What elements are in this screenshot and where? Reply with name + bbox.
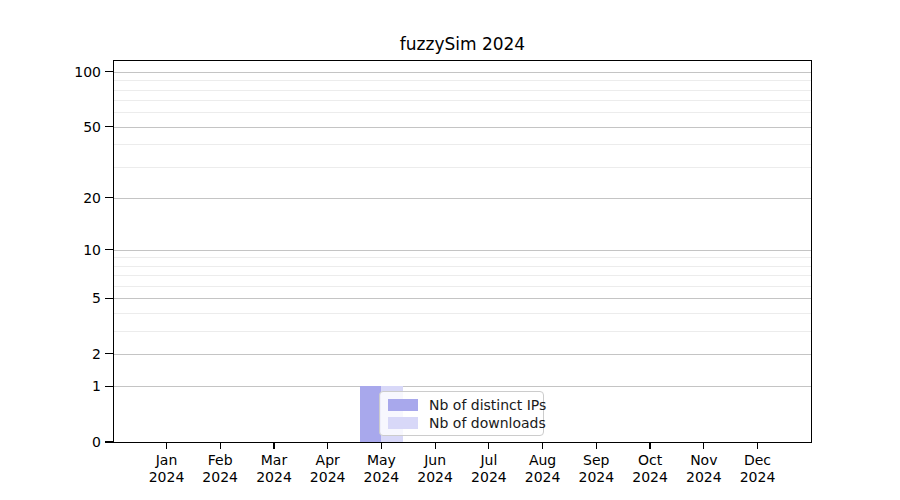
plot-area: Nb of distinct IPsNb of downloads [113, 60, 812, 443]
x-tick-mark [166, 443, 167, 449]
x-tick-mark [542, 443, 543, 449]
y-tick-label: 2 [31, 345, 101, 363]
x-tick-mark [327, 443, 328, 449]
y-tick-mark [105, 441, 114, 442]
x-tick-mark [435, 443, 436, 449]
y-tick-label: 5 [31, 289, 101, 307]
y-tick-label: 50 [31, 118, 101, 136]
legend-swatch [388, 417, 418, 429]
x-tick-mark [488, 443, 489, 449]
chart-title: fuzzySim 2024 [113, 34, 812, 54]
x-tick-label: Dec2024 [723, 452, 793, 486]
legend-item: Nb of distinct IPs [388, 397, 535, 413]
legend-item-label: Nb of distinct IPs [429, 397, 546, 413]
legend-item: Nb of downloads [388, 415, 535, 431]
y-tick-mark [105, 197, 114, 198]
y-tick-mark [105, 386, 114, 387]
y-tick-mark [105, 126, 114, 127]
y-tick-mark [105, 71, 114, 72]
x-tick-year: 2024 [723, 469, 793, 486]
y-tick-label: 10 [31, 241, 101, 259]
y-tick-label: 20 [31, 189, 101, 207]
y-tick-label: 0 [31, 433, 101, 451]
legend-swatch [388, 399, 418, 411]
x-tick-mark [703, 443, 704, 449]
chart-figure: fuzzySim 2024 Nb of distinct IPsNb of do… [0, 0, 900, 500]
x-tick-mark [381, 443, 382, 449]
x-tick-mark [273, 443, 274, 449]
y-tick-mark [105, 298, 114, 299]
x-tick-month: Dec [723, 452, 793, 469]
bars-layer [114, 61, 811, 442]
y-tick-mark [105, 249, 114, 250]
y-tick-label: 1 [31, 377, 101, 395]
x-tick-mark [757, 443, 758, 449]
y-tick-label: 100 [31, 63, 101, 81]
x-tick-mark [596, 443, 597, 449]
legend: Nb of distinct IPsNb of downloads [379, 391, 544, 436]
legend-item-label: Nb of downloads [429, 415, 546, 431]
x-tick-mark [220, 443, 221, 449]
y-tick-mark [105, 353, 114, 354]
x-tick-mark [649, 443, 650, 449]
